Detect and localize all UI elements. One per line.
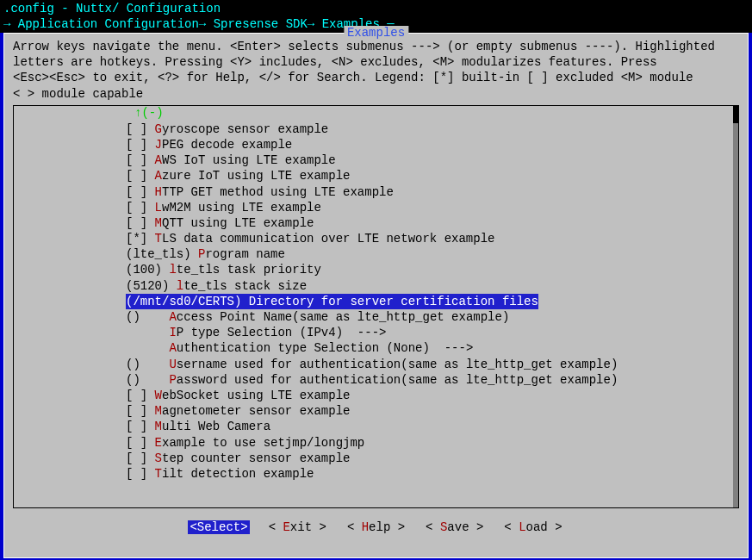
menu-item[interactable]: () Username used for authentication(same…	[22, 357, 730, 372]
item-text: irectory for server certification files	[256, 295, 538, 308]
item-prefix: [ ]	[126, 404, 155, 418]
item-prefix: [ ]	[126, 216, 155, 230]
item-prefix: ()	[126, 358, 169, 371]
hotkey: U	[169, 358, 176, 371]
item-text: TTP GET method using LTE example	[162, 185, 394, 199]
item-text: te_tls task priority	[177, 263, 321, 277]
hotkey: I	[169, 326, 176, 339]
menu-item[interactable]: [ ] WebSocket using LTE example	[22, 388, 730, 403]
help-text: Arrow keys navigate the menu. <Enter> se…	[4, 34, 748, 103]
item-text: ilt detection example	[162, 467, 314, 481]
hotkey: M	[155, 420, 162, 433]
help-line: letters are hotkeys. Pressing <Y> includ…	[13, 54, 739, 70]
item-prefix: [ ]	[126, 138, 155, 152]
item-prefix: [ ]	[126, 153, 155, 167]
item-prefix	[126, 341, 169, 355]
hotkey: l	[177, 279, 183, 293]
help-line: Arrow keys navigate the menu. <Enter> se…	[13, 39, 739, 54]
menu-item[interactable]: [ ] HTTP GET method using LTE example	[22, 184, 730, 200]
item-text: ccess Point Name(same as lte_http_get ex…	[177, 310, 509, 324]
hotkey: M	[155, 216, 162, 230]
item-prefix: [ ]	[126, 451, 155, 465]
hotkey: A	[155, 169, 162, 183]
item-prefix: [ ]	[126, 201, 155, 215]
window-title: Examples	[344, 26, 408, 40]
item-text: LS data communication over LTE network e…	[162, 232, 494, 246]
menu-item[interactable]: () Access Point Name(same as lte_http_ge…	[22, 309, 730, 325]
menu-item[interactable]: [ ] Gyroscope sensor example	[22, 121, 730, 137]
item-prefix: ()	[126, 373, 169, 387]
menu-item[interactable]: [ ] LwM2M using LTE example	[22, 200, 730, 215]
item-prefix: [ ]	[126, 389, 155, 402]
menu-item[interactable]: IP type Selection (IPv4) --->	[22, 325, 730, 340]
item-text: ulti Web Camera	[162, 420, 270, 433]
s-button[interactable]: <Select>	[188, 520, 249, 534]
menu-item[interactable]: (lte_tls) Program name	[22, 246, 730, 262]
menu-item[interactable]: (5120) lte_tls stack size	[22, 278, 730, 294]
item-prefix: ()	[126, 310, 169, 324]
item-prefix: [ ]	[126, 169, 155, 183]
hotkey: S	[197, 520, 204, 534]
menu-item[interactable]: [*] TLS data communication over LTE netw…	[22, 231, 730, 246]
item-text: te_tls stack size	[183, 279, 307, 293]
item-prefix	[126, 326, 169, 339]
item-text: assword used for authentication(same as …	[177, 373, 618, 387]
s-button[interactable]: < Save >	[424, 520, 485, 534]
menu-item[interactable]: [ ] JPEG decode example	[22, 137, 730, 152]
hotkey: A	[155, 153, 162, 167]
menu-item[interactable]: [ ] Magnetometer sensor example	[22, 403, 730, 419]
item-text: agnetometer sensor example	[162, 404, 350, 418]
hotkey: A	[169, 341, 176, 355]
hotkey: E	[283, 520, 289, 534]
menu-item[interactable]: [ ] Tilt detection example	[22, 466, 730, 482]
hotkey: l	[169, 263, 176, 277]
item-text: sername used for authentication(same as …	[177, 358, 618, 371]
item-text: rogram name	[205, 247, 284, 261]
item-text: P type Selection (IPv4) --->	[177, 326, 387, 339]
hotkey: E	[155, 436, 162, 450]
item-prefix: [ ]	[126, 467, 155, 481]
menu-item[interactable]: [ ] Step counter sensor example	[22, 451, 730, 466]
hotkey: H	[155, 185, 162, 199]
menu-item[interactable]: [ ] Multi Web Camera	[22, 419, 730, 434]
hotkey: W	[155, 389, 162, 402]
menu-item[interactable]: () Password used for authentication(same…	[22, 372, 730, 388]
help-line: < > module capable	[13, 86, 739, 102]
item-text: zure IoT using LTE example	[162, 169, 350, 183]
item-text: yroscope sensor example	[162, 122, 328, 136]
item-prefix: [ ]	[126, 122, 155, 136]
menu-item[interactable]: [ ] MQTT using LTE example	[22, 215, 730, 231]
hotkey: M	[155, 404, 162, 418]
menu-item[interactable]: [ ] Azure IoT using LTE example	[22, 168, 730, 184]
item-prefix: [ ]	[126, 420, 155, 433]
item-prefix: (100)	[126, 263, 169, 277]
title-bar: .config - Nuttx/ Configuration	[0, 0, 752, 17]
l-button[interactable]: < Load >	[502, 520, 563, 534]
menu-item[interactable]: Authentication type Selection (None) ---…	[22, 340, 730, 356]
item-text: ebSocket using LTE example	[162, 389, 350, 402]
item-text: wM2M using LTE example	[162, 201, 321, 215]
item-text: xample to use setjmp/longjmp	[162, 436, 364, 450]
menu-item[interactable]: [ ] AWS IoT using LTE example	[22, 152, 730, 168]
scrollbar-track[interactable]	[733, 106, 738, 507]
hotkey: J	[155, 138, 162, 152]
hotkey: T	[155, 232, 162, 246]
item-prefix: (/mnt/sd0/CERTS)	[126, 295, 249, 308]
hotkey: D	[249, 295, 256, 308]
hotkey: T	[155, 467, 162, 481]
scrollbar-thumb[interactable]	[733, 106, 738, 123]
menu-item[interactable]: (/mnt/sd0/CERTS) Directory for server ce…	[126, 294, 538, 309]
item-text: tep counter sensor example	[162, 451, 350, 465]
hotkey: P	[169, 373, 176, 387]
hotkey: S	[155, 451, 162, 465]
item-prefix: [ ]	[126, 436, 155, 450]
h-button[interactable]: < Help >	[345, 520, 407, 534]
hotkey: L	[155, 201, 162, 215]
menu-list[interactable]: ↑(-) [ ] Gyroscope sensor example[ ] JPE…	[13, 105, 739, 508]
menu-item[interactable]: (100) lte_tls task priority	[22, 262, 730, 277]
item-prefix: [*]	[126, 232, 155, 246]
hotkey: G	[155, 122, 162, 136]
e-button[interactable]: < Exit >	[267, 520, 328, 534]
item-text: uthentication type Selection (None) --->	[177, 341, 473, 355]
menu-item[interactable]: [ ] Example to use setjmp/longjmp	[22, 435, 730, 451]
